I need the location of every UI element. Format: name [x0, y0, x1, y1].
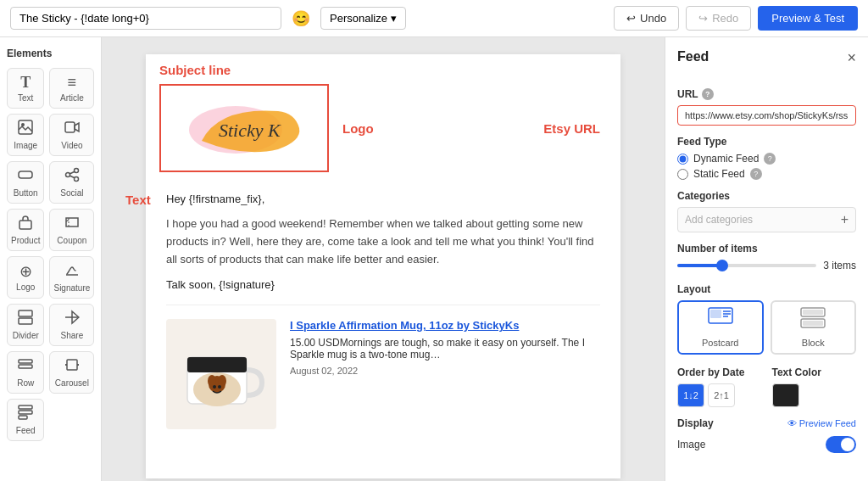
etsy-url-label: Etsy URL: [543, 121, 600, 136]
email-container: Subject line Sticky K Logo Etsy URL: [146, 54, 620, 478]
text-icon: T: [20, 74, 31, 92]
sidebar-title: Elements: [7, 48, 94, 59]
social-icon: [64, 167, 80, 187]
color-section: Text Color: [772, 366, 857, 407]
undo-button[interactable]: ↩ Undo: [614, 6, 679, 31]
subject-line-label: Subject line: [159, 63, 231, 77]
text-color-label: Text Color: [772, 366, 857, 378]
url-info-icon: ?: [702, 88, 714, 100]
email-signoff: Talk soon, {!signature}: [166, 278, 600, 291]
product-icon: [18, 215, 33, 234]
sidebar-item-article[interactable]: ≡ Article: [49, 68, 94, 109]
dynamic-feed-radio[interactable]: [677, 154, 688, 165]
button-icon: [18, 167, 33, 187]
divider-label: Divider: [13, 331, 39, 340]
sidebar-item-video[interactable]: Video: [49, 114, 94, 156]
layout-postcard[interactable]: Postcard: [677, 300, 764, 355]
emoji-button[interactable]: 😊: [288, 6, 314, 31]
toolbar-actions: ↩ Undo ↪ Redo Preview & Test: [614, 6, 858, 31]
share-icon: [64, 310, 80, 329]
logo-label: Logo: [342, 121, 374, 136]
sidebar-item-signature[interactable]: Signature: [49, 256, 94, 299]
items-count: 3 items: [823, 260, 856, 271]
signature-icon: [64, 262, 80, 282]
article-icon: ≡: [68, 74, 77, 92]
feed-icon: [18, 405, 33, 424]
logo-image: Sticky K: [176, 94, 312, 162]
display-image-label: Image: [677, 439, 705, 450]
svg-rect-17: [19, 360, 32, 363]
product-date: August 02, 2022: [290, 366, 600, 376]
static-feed-info: ?: [750, 168, 762, 180]
sidebar-item-divider[interactable]: Divider: [7, 304, 44, 346]
row-label: Row: [17, 378, 34, 388]
panel-close-button[interactable]: ×: [847, 49, 856, 67]
order-asc-button[interactable]: 1↓2: [677, 383, 704, 407]
email-body: Text Hey {!firstname_fix}, I hope you ha…: [146, 179, 620, 443]
button-label: Button: [14, 188, 38, 198]
postcard-label: Postcard: [702, 338, 738, 348]
sidebar-item-button[interactable]: Button: [7, 161, 44, 204]
static-feed-radio[interactable]: [677, 169, 688, 180]
order-buttons: 1↓2 2↑1: [677, 383, 762, 407]
svg-rect-24: [19, 416, 27, 419]
sidebar-item-carousel[interactable]: Carousel: [49, 351, 94, 394]
sidebar-item-row[interactable]: Row: [7, 351, 44, 394]
svg-rect-9: [19, 221, 31, 229]
coupon-label: Coupon: [57, 236, 86, 245]
product-title[interactable]: I Sparkle Affirmation Mug, 11oz by Stick…: [290, 319, 600, 332]
layout-section: Layout Postcard Block: [677, 283, 856, 355]
sidebar-item-feed[interactable]: Feed: [7, 399, 44, 441]
items-label: Number of items: [677, 243, 856, 254]
product-card: I Sparkle Affirmation Mug, 11oz by Stick…: [166, 305, 600, 429]
social-label: Social: [60, 188, 83, 198]
video-icon: [64, 120, 80, 139]
categories-plus-icon[interactable]: +: [841, 212, 849, 227]
sidebar-item-logo[interactable]: ⊕ Logo: [7, 256, 44, 299]
elements-sidebar: Elements T Text ≡ Article Image Video: [0, 37, 102, 481]
sidebar-item-product[interactable]: Product: [7, 209, 44, 251]
svg-point-34: [218, 385, 221, 389]
order-desc-button[interactable]: 2↑1: [708, 383, 735, 407]
sidebar-item-coupon[interactable]: Coupon: [49, 209, 94, 251]
feed-type-section: Feed Type Dynamic Feed ? Static Feed ?: [677, 136, 856, 180]
url-input[interactable]: [677, 105, 856, 126]
video-label: Video: [61, 141, 82, 150]
sidebar-item-share[interactable]: Share: [49, 304, 94, 346]
block-label: Block: [802, 338, 825, 348]
svg-line-8: [70, 176, 75, 178]
svg-point-31: [208, 375, 216, 387]
url-label: URL ?: [677, 88, 856, 100]
categories-label: Categories: [677, 190, 856, 202]
preview-feed-link[interactable]: 👁 Preview Feed: [787, 418, 856, 428]
email-body-text: I hope you had a good weekend! Remember …: [166, 215, 600, 268]
categories-section: Categories Add categories +: [677, 190, 856, 232]
redo-button[interactable]: ↪ Redo: [686, 6, 751, 31]
personalize-button[interactable]: Personalize ▾: [320, 7, 406, 30]
preview-test-button[interactable]: Preview & Test: [758, 6, 858, 31]
signature-label: Signature: [53, 283, 90, 293]
slider-thumb[interactable]: [716, 260, 728, 271]
image-icon: [18, 120, 33, 139]
svg-rect-36: [710, 310, 721, 318]
svg-rect-28: [187, 357, 247, 372]
product-price: 15.00 USDMornings are tough, so make it …: [290, 337, 600, 361]
svg-line-7: [70, 171, 75, 174]
text-color-swatch[interactable]: [772, 383, 799, 407]
layout-block[interactable]: Block: [771, 300, 857, 355]
subject-input[interactable]: [10, 7, 281, 30]
items-slider-track: [677, 264, 816, 267]
image-toggle[interactable]: [826, 436, 856, 453]
categories-input[interactable]: Add categories +: [677, 207, 856, 232]
static-feed-option[interactable]: Static Feed ?: [677, 168, 856, 180]
dynamic-feed-option[interactable]: Dynamic Feed ?: [677, 153, 856, 165]
sidebar-item-image[interactable]: Image: [7, 114, 44, 156]
product-info: I Sparkle Affirmation Mug, 11oz by Stick…: [290, 319, 600, 429]
email-canvas: Subject line Sticky K Logo Etsy URL: [102, 37, 665, 481]
carousel-icon: [64, 357, 80, 377]
postcard-icon: [708, 307, 733, 334]
mug-svg: [170, 323, 272, 425]
image-label: Image: [14, 141, 37, 150]
sidebar-item-text[interactable]: T Text: [7, 68, 44, 109]
sidebar-item-social[interactable]: Social: [49, 161, 94, 204]
